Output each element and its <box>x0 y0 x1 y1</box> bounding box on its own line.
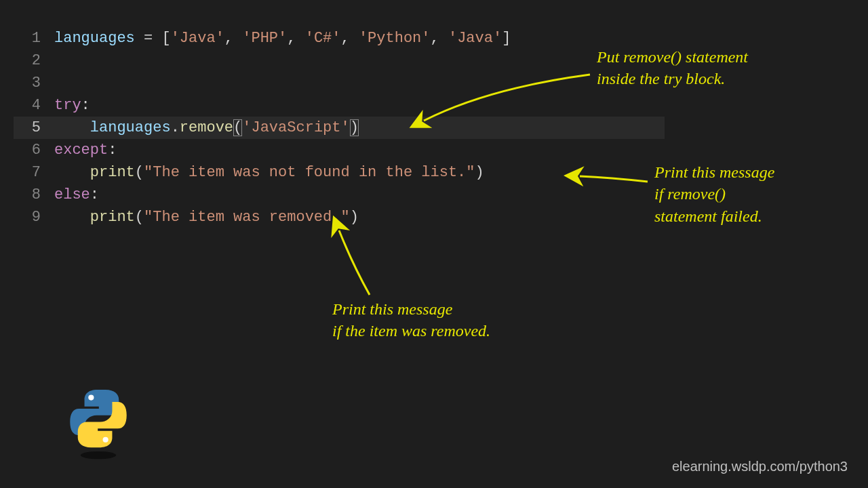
svg-point-1 <box>88 394 94 400</box>
line-number: 8 <box>14 186 54 203</box>
annotation-except-msg: Print this message if remove() statement… <box>654 161 774 227</box>
code-line: 5 languages.remove('JavaScript') <box>14 117 665 139</box>
code-content: try: <box>54 97 90 114</box>
code-line: 4try: <box>14 94 665 117</box>
code-content: except: <box>54 142 117 159</box>
line-number: 7 <box>14 164 54 181</box>
arrow-to-else-print <box>339 230 370 295</box>
line-number: 4 <box>14 97 54 114</box>
line-number: 9 <box>14 209 54 226</box>
code-content: languages = ['Java', 'PHP', 'C#', 'Pytho… <box>54 30 511 47</box>
watermark-url: elearning.wsldp.com/python3 <box>672 459 848 474</box>
code-line: 9 print("The item was removed.") <box>14 206 665 228</box>
line-number: 6 <box>14 142 54 159</box>
code-line: 3 <box>14 72 665 94</box>
line-number: 2 <box>14 52 54 69</box>
python-logo <box>68 386 129 461</box>
line-number: 5 <box>14 119 54 136</box>
code-line: 6except: <box>14 139 665 161</box>
annotation-else-msg: Print this message if the item was remov… <box>332 298 490 342</box>
code-line: 8else: <box>14 184 665 206</box>
code-content: else: <box>54 186 99 203</box>
code-line: 2 <box>14 49 665 72</box>
code-editor: 1languages = ['Java', 'PHP', 'C#', 'Pyth… <box>14 27 665 228</box>
code-line: 1languages = ['Java', 'PHP', 'C#', 'Pyth… <box>14 27 665 49</box>
code-line: 7 print("The item was not found in the l… <box>14 161 665 184</box>
code-content: languages.remove('JavaScript') <box>54 119 359 136</box>
code-content: print("The item was not found in the lis… <box>54 164 484 181</box>
line-number: 1 <box>14 30 54 47</box>
annotation-try-block: Put remove() statement inside the try bl… <box>597 46 748 90</box>
svg-point-2 <box>103 437 108 443</box>
code-content: print("The item was removed.") <box>54 209 359 226</box>
line-number: 3 <box>14 75 54 92</box>
svg-point-0 <box>81 451 116 459</box>
